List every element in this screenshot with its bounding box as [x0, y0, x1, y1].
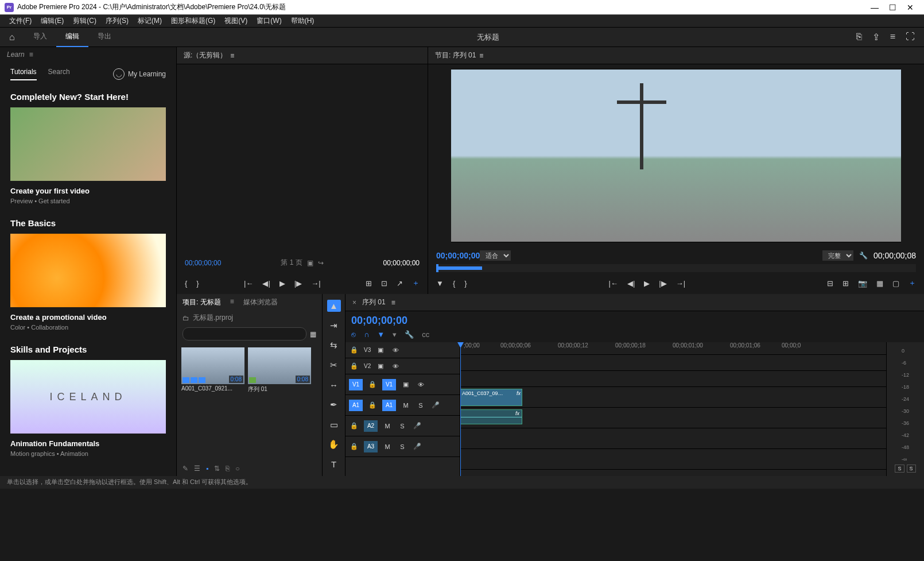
settings-icon[interactable]: 🔧	[859, 252, 868, 260]
panel-menu-icon[interactable]: ≡	[391, 299, 395, 307]
list-view-icon[interactable]: ✎	[183, 465, 188, 473]
workspace-edit[interactable]: 编辑	[56, 27, 88, 47]
lock-icon[interactable]: 🔒	[367, 400, 378, 411]
toggle-output-icon[interactable]: ▣	[375, 361, 386, 372]
step-fwd-icon[interactable]: |▶	[294, 279, 302, 288]
share-icon[interactable]: ⇪	[872, 32, 880, 42]
razor-tool-icon[interactable]: ✂	[327, 359, 341, 372]
solo-icon[interactable]: S	[416, 400, 426, 411]
learn-thumb-2[interactable]: ICELAND	[10, 360, 166, 434]
source-track-v1[interactable]: V1	[349, 379, 363, 390]
lock-icon[interactable]: 🔒	[349, 442, 359, 452]
hand-tool-icon[interactable]: ✋	[327, 439, 341, 451]
target-track-v1[interactable]: V1	[382, 379, 396, 390]
solo-right[interactable]: S	[907, 465, 916, 473]
extract-icon[interactable]: ⊞	[843, 279, 849, 288]
freeform-view-icon[interactable]: ▪	[206, 465, 208, 473]
maximize-button[interactable]: ☐	[889, 3, 896, 12]
menu-edit[interactable]: 编辑(E)	[37, 15, 67, 27]
goto-out-icon[interactable]: →|	[676, 279, 685, 288]
overwrite-icon[interactable]: ↪	[318, 259, 324, 267]
learn-title-1[interactable]: Create a promotional video	[10, 313, 166, 322]
mute-icon[interactable]: M	[382, 421, 393, 431]
quality-select[interactable]: 完整	[822, 250, 853, 261]
time-ruler[interactable]: ;00;00 00;00;00;06 00;00;00;12 00;00;00;…	[460, 342, 886, 355]
bin-icon[interactable]: 🗀	[183, 314, 189, 322]
menu-file[interactable]: 文件(F)	[6, 15, 35, 27]
learn-thumb-1[interactable]	[10, 234, 166, 307]
overwrite-icon[interactable]: ⊡	[381, 279, 387, 288]
close-button[interactable]: ✕	[907, 3, 914, 12]
lock-icon[interactable]: 🔒	[349, 361, 359, 372]
menu-view[interactable]: 视图(V)	[221, 15, 251, 27]
menu-markers[interactable]: 标记(M)	[134, 15, 165, 27]
eye-icon[interactable]: 👁	[390, 345, 401, 355]
playhead[interactable]	[460, 342, 461, 476]
track-select-tool-icon[interactable]: ⇥	[327, 320, 341, 332]
source-tc-in[interactable]: 00;00;00;00	[185, 259, 221, 267]
panel-menu-icon[interactable]: ≡	[230, 297, 234, 307]
project-item[interactable]: 0:08 A001_C037_0921...	[181, 347, 244, 394]
video-clip[interactable]: A001_C037_09… fx	[460, 389, 522, 406]
audio-clip[interactable]: fx	[460, 409, 522, 424]
lift-icon[interactable]: ⊟	[827, 279, 833, 288]
program-tc-current[interactable]: 00;00;00;00	[436, 251, 480, 260]
zoom-select[interactable]: 适合	[480, 250, 511, 261]
export-frame-icon[interactable]: 📷	[858, 279, 867, 288]
mark-out-icon[interactable]: }	[464, 279, 467, 288]
workspace-export[interactable]: 导出	[88, 27, 121, 47]
mute-icon[interactable]: M	[382, 442, 393, 452]
panel-menu-icon[interactable]: ≡	[230, 52, 234, 60]
rectangle-tool-icon[interactable]: ▭	[327, 419, 341, 431]
voice-icon[interactable]: 🎤	[412, 421, 422, 431]
tab-search[interactable]: Search	[48, 68, 70, 80]
voice-icon[interactable]: 🎤	[412, 442, 422, 452]
eye-icon[interactable]: 👁	[390, 361, 401, 372]
safe-margins-icon[interactable]: ▢	[892, 279, 899, 288]
source-track-a1[interactable]: A1	[349, 400, 363, 411]
ripple-edit-tool-icon[interactable]: ⇆	[327, 339, 341, 351]
tab-media-browser[interactable]: 媒体浏览器	[243, 297, 278, 307]
target-track-a3[interactable]: A3	[364, 441, 378, 452]
workspace-menu-icon[interactable]: ≡	[890, 32, 895, 42]
menu-graphics[interactable]: 图形和标题(G)	[168, 15, 219, 27]
target-track-a2[interactable]: A2	[364, 420, 378, 432]
snap-icon[interactable]: ⎋	[351, 330, 356, 339]
goto-in-icon[interactable]: |←	[244, 279, 253, 288]
add-marker-icon[interactable]: ▼	[436, 279, 444, 288]
goto-out-icon[interactable]: →|	[311, 279, 320, 288]
project-item[interactable]: 0:08 序列 01	[248, 347, 311, 394]
sort-icon[interactable]: ⇅	[214, 465, 220, 473]
tl-cc-icon[interactable]: cc	[422, 330, 429, 339]
learn-title-2[interactable]: Animation Fundamentals	[10, 439, 166, 448]
find-icon[interactable]: ○	[235, 465, 239, 473]
export-frame-icon[interactable]: ↗	[397, 279, 403, 288]
menu-sequence[interactable]: 序列(S)	[102, 15, 132, 27]
icon-view-icon[interactable]: ☰	[194, 465, 200, 473]
play-icon[interactable]: ▶	[644, 279, 650, 288]
menu-help[interactable]: 帮助(H)	[288, 15, 318, 27]
pen-tool-icon[interactable]: ✒	[327, 399, 341, 411]
comparison-icon[interactable]: ▦	[876, 279, 883, 288]
learn-thumb-0[interactable]	[10, 107, 166, 181]
step-back-icon[interactable]: ◀|	[627, 279, 635, 288]
linked-selection-icon[interactable]: ∩	[364, 330, 369, 339]
timeline-timecode[interactable]: 00;00;00;00	[351, 315, 407, 327]
menu-clip[interactable]: 剪辑(C)	[69, 15, 100, 27]
toggle-output-icon[interactable]: ▣	[401, 380, 411, 390]
goto-in-icon[interactable]: |←	[609, 279, 618, 288]
project-search-input[interactable]	[183, 327, 306, 341]
my-learning-link[interactable]: ◡ My Learning	[113, 68, 166, 80]
type-tool-icon[interactable]: T	[327, 459, 341, 471]
toggle-output-icon[interactable]: ▣	[375, 345, 386, 355]
workspace-import[interactable]: 导入	[24, 27, 56, 47]
add-button-icon[interactable]: ＋	[412, 278, 420, 288]
insert-icon[interactable]: ▣	[307, 259, 313, 267]
timeline-tab[interactable]: 序列 01	[362, 297, 386, 307]
lock-icon[interactable]: 🔒	[367, 380, 378, 390]
panel-menu-icon[interactable]: ≡	[479, 52, 483, 60]
mark-out-icon[interactable]: }	[196, 279, 199, 288]
target-track-a1[interactable]: A1	[382, 400, 396, 411]
solo-icon[interactable]: S	[397, 442, 407, 452]
fullscreen-icon[interactable]: ⛶	[906, 32, 915, 42]
